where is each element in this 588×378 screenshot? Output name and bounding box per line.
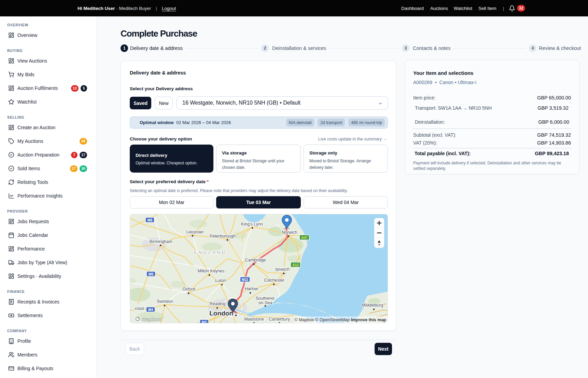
svg-text:Leicester: Leicester [186,230,204,234]
svg-text:Swindon: Swindon [157,299,173,304]
svg-text:on-Sea: on-Sea [258,300,272,305]
svg-text:Cambridge: Cambridge [245,258,266,262]
svg-text:Norwich: Norwich [282,230,297,235]
svg-text:Southend-: Southend- [255,296,275,301]
svg-text:M5: M5 [149,272,153,276]
svg-text:Birmingham: Birmingham [150,239,172,244]
svg-text:© Mapbox © OpenStreetMap Impro: © Mapbox © OpenStreetMap Improve this ma… [294,318,386,322]
svg-text:Maidstone: Maidstone [244,317,264,322]
svg-text:Harlow: Harlow [245,286,258,291]
svg-text:King's Lynn: King's Lynn [241,222,263,227]
svg-text:A47: A47 [301,236,308,240]
svg-text:Oxford: Oxford [182,287,195,292]
svg-text:Canterbury: Canterbury [269,317,290,322]
svg-text:M11: M11 [242,278,248,282]
svg-text:Luton: Luton [215,278,226,283]
svg-text:ristol: ristol [135,306,144,311]
svg-text:M3: M3 [202,321,207,324]
svg-text:ENGLAND: ENGLAND [194,250,226,255]
svg-text:M6: M6 [148,218,152,222]
svg-text:Milton Keynes: Milton Keynes [198,269,225,273]
svg-text:M4: M4 [148,308,153,312]
svg-text:Middelburg: Middelburg [362,303,383,308]
svg-text:mapbox: mapbox [142,316,162,322]
svg-text:Reading: Reading [210,301,226,306]
svg-text:London: London [209,310,233,317]
svg-text:Colchester: Colchester [264,278,284,283]
svg-text:Peterborough: Peterborough [210,234,236,239]
svg-text:A12: A12 [292,263,299,267]
svg-text:Ipswich: Ipswich [275,267,290,272]
